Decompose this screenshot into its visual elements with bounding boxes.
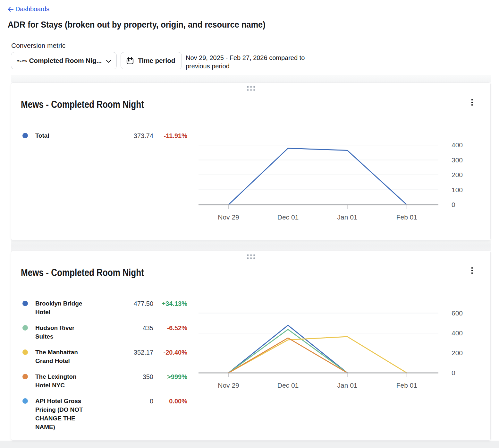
svg-text:Nov 29: Nov 29 — [218, 382, 239, 389]
svg-text:Jan 01: Jan 01 — [337, 382, 357, 389]
svg-text:Dec 01: Dec 01 — [277, 213, 299, 221]
svg-text:Feb 01: Feb 01 — [396, 382, 417, 389]
svg-text:200: 200 — [452, 171, 463, 178]
svg-text:400: 400 — [452, 141, 463, 149]
svg-text:300: 300 — [452, 156, 463, 164]
svg-text:400: 400 — [452, 329, 463, 337]
svg-text:Dec 01: Dec 01 — [277, 382, 299, 389]
svg-text:100: 100 — [452, 186, 463, 194]
svg-text:0: 0 — [452, 201, 455, 208]
svg-text:600: 600 — [452, 309, 463, 317]
svg-text:Nov 29: Nov 29 — [218, 213, 239, 221]
svg-text:Jan 01: Jan 01 — [337, 213, 357, 221]
svg-text:0: 0 — [452, 369, 455, 376]
svg-text:200: 200 — [452, 349, 463, 357]
svg-text:Feb 01: Feb 01 — [396, 213, 417, 221]
